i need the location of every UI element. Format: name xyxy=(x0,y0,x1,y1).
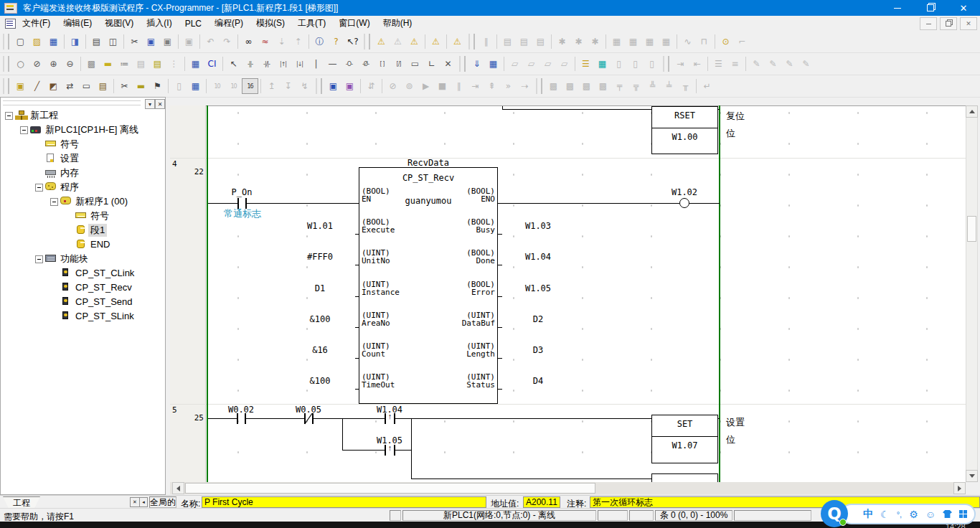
fb-view-2-button[interactable]: ▯ xyxy=(627,56,644,72)
contact-operand[interactable]: P_On xyxy=(212,187,272,197)
find-button[interactable]: ∞ xyxy=(240,34,257,50)
mdi-minimize-button[interactable] xyxy=(920,17,937,30)
paste-attribute-button[interactable]: ▣ xyxy=(181,34,197,50)
contact-down-button[interactable]: |↓| xyxy=(291,56,308,72)
fb-input-value-execute[interactable]: W1.01 xyxy=(290,221,350,231)
option-2-button[interactable]: ✱ xyxy=(570,34,587,50)
view-mnemonics-button[interactable]: ▦ xyxy=(187,56,204,72)
list-style-1-button[interactable]: ☰ xyxy=(710,56,727,72)
horizontal-line-button[interactable]: — xyxy=(324,56,341,72)
new-instruction-button[interactable]: [ ] xyxy=(374,56,390,72)
report-3-button[interactable]: ▤ xyxy=(532,34,549,50)
properties-button[interactable]: ▤ xyxy=(95,78,111,94)
binary-monitor-button[interactable]: ▦ xyxy=(187,78,204,94)
tree-item-settings[interactable]: 设置 xyxy=(58,152,81,164)
io-table-1-button[interactable]: ▦ xyxy=(608,34,625,50)
print-preview-button[interactable]: ◫ xyxy=(105,34,121,50)
output-coil[interactable] xyxy=(679,198,689,208)
menu-simulation[interactable]: 模拟(S) xyxy=(250,16,291,31)
menu-plc[interactable]: PLC xyxy=(179,17,208,30)
menu-tools[interactable]: 工具(T) xyxy=(291,16,332,31)
window-layout-button[interactable]: ▣ xyxy=(12,78,29,94)
address-value-field[interactable]: A200.11 xyxy=(523,496,560,508)
differentiate-2-button[interactable]: ╦ xyxy=(628,78,644,94)
build-task-1-button[interactable]: ╱ xyxy=(29,78,45,94)
fb-instance-tree-button[interactable]: ☰ xyxy=(578,56,594,72)
rung-wrap-button[interactable]: ▤ xyxy=(149,56,166,72)
vertical-line-button[interactable]: | xyxy=(308,56,324,72)
tree-expander[interactable] xyxy=(5,112,13,120)
delete-element-button[interactable]: ✕ xyxy=(440,56,456,72)
copy-button[interactable]: ▣ xyxy=(143,34,159,50)
work-online-button[interactable]: ▣ xyxy=(325,78,341,94)
tree-item-new-plc1[interactable]: 新PLC1[CP1H-E] 离线 xyxy=(43,123,141,136)
contact-up-button[interactable]: |↑| xyxy=(275,56,291,72)
open-file-button[interactable]: ▨ xyxy=(29,34,45,50)
panel-grip[interactable] xyxy=(3,100,141,105)
new-fb-parameter-button[interactable]: ∟ xyxy=(423,56,440,72)
protection-button[interactable]: ⊙ xyxy=(717,34,734,50)
ladder-editor-canvas[interactable] xyxy=(170,105,966,482)
find-next-button[interactable]: ⇣ xyxy=(273,34,290,50)
differentiate-3-button[interactable]: ╩ xyxy=(644,78,661,94)
tree-expander[interactable] xyxy=(35,255,43,263)
io-table-4-button[interactable]: ▦ xyxy=(658,34,674,50)
tree-item-new-project[interactable]: 新工程 xyxy=(28,109,60,121)
ime-grid-icon[interactable] xyxy=(959,510,967,518)
sim-step-end-button[interactable]: ⇥ xyxy=(467,78,484,94)
rset-instruction-box[interactable]: RSET W1.00 xyxy=(651,106,718,154)
report-2-button[interactable]: ▤ xyxy=(516,34,532,50)
coil-operand[interactable]: W1.02 xyxy=(654,187,715,197)
symbol-name-field[interactable]: P First Cycle xyxy=(202,496,486,508)
tree-item-program-symbols[interactable]: 符号 xyxy=(88,209,111,222)
fb-input-value-unitno[interactable]: #FFF0 xyxy=(290,252,350,262)
return-jump-button[interactable]: ↵ xyxy=(699,78,715,94)
new-coil-closed-button[interactable]: -Ø- xyxy=(357,56,374,72)
force-off-button[interactable]: ↧ xyxy=(280,78,296,94)
tree-item-section1[interactable]: 段1 xyxy=(88,224,107,236)
sim-step-in-button[interactable]: ⇞ xyxy=(484,78,500,94)
mode-monitor-button[interactable]: ⊚ xyxy=(401,78,418,94)
hex-view-button[interactable]: 16 xyxy=(242,78,258,94)
fb-output-value-length[interactable]: D3 xyxy=(508,345,568,355)
restore-button[interactable] xyxy=(914,0,947,16)
differentiate-4-button[interactable]: ╧ xyxy=(661,78,677,94)
fb-param-4-button[interactable]: ▱ xyxy=(556,56,573,72)
contact-operand[interactable]: W0.05 xyxy=(278,405,339,415)
menu-program[interactable]: 编程(P) xyxy=(208,16,250,31)
tree-item-memory[interactable]: 内存 xyxy=(58,166,81,179)
scroll-up-button[interactable] xyxy=(966,105,978,118)
mdi-close-button[interactable]: ✕ xyxy=(960,17,977,30)
fb-apply-button[interactable]: ⇓ xyxy=(468,56,485,72)
bookmark-button[interactable]: ⚑ xyxy=(149,78,166,94)
redo-button[interactable]: ↷ xyxy=(219,34,235,50)
fb-view-3-button[interactable]: ▯ xyxy=(644,56,660,72)
mode-program-button[interactable]: ⊘ xyxy=(385,78,401,94)
mdi-child-icon[interactable] xyxy=(5,19,16,29)
new-file-button[interactable]: ▢ xyxy=(12,34,29,50)
context-help-button[interactable]: ↖? xyxy=(344,34,361,50)
decimal-view-2-button[interactable]: 10 xyxy=(225,78,242,94)
io-table-2-button[interactable]: ▦ xyxy=(625,34,641,50)
instruction-operand[interactable]: W1.07 xyxy=(652,440,717,451)
sim-stop-button[interactable]: ■ xyxy=(434,78,451,94)
paste-button[interactable]: ▣ xyxy=(159,34,176,50)
menu-view[interactable]: 视图(V) xyxy=(98,16,140,31)
fb-param-2-button[interactable]: ▱ xyxy=(523,56,540,72)
pause-monitor-button[interactable]: ∥ xyxy=(478,34,494,50)
mdi-restore-button[interactable] xyxy=(940,17,957,30)
ink-1-button[interactable]: ✎ xyxy=(748,56,765,72)
tree-item-new-program1[interactable]: 新程序1 (00) xyxy=(73,195,130,207)
scroll-right-button[interactable] xyxy=(953,482,966,494)
select-tool-button[interactable]: ↖ xyxy=(225,56,242,72)
cross-reference-button[interactable]: ✂ xyxy=(116,78,133,94)
force-cancel-button[interactable]: ↯ xyxy=(296,78,313,94)
diff-monitor-1-button[interactable]: ▩ xyxy=(545,78,562,94)
scroll-down-button[interactable] xyxy=(966,470,978,482)
swap-window-button[interactable]: ⇄ xyxy=(62,78,78,94)
ime-wrench-icon[interactable]: ⚙ xyxy=(909,509,918,520)
diff-monitor-4-button[interactable]: ▩ xyxy=(595,78,611,94)
ime-moon-icon[interactable]: ☾ xyxy=(880,509,890,520)
project-tab[interactable]: 工程 xyxy=(3,496,40,509)
tree-expander[interactable] xyxy=(35,184,43,192)
